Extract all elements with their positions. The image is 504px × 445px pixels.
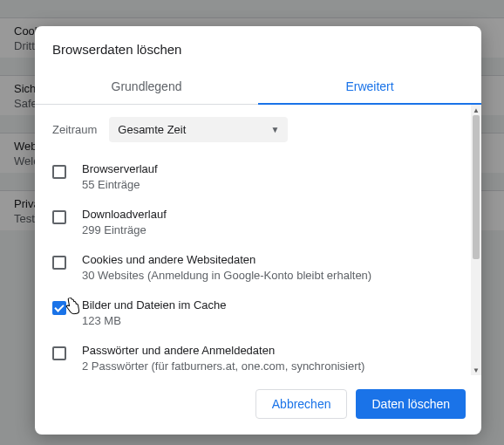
scrollbar-thumb[interactable]	[473, 115, 480, 259]
dialog-tabs: Grundlegend Erweitert	[35, 69, 481, 105]
data-type-checkbox[interactable]	[52, 256, 66, 270]
data-type-list: Browserverlauf55 EinträgeDownloadverlauf…	[35, 154, 471, 375]
data-type-title: Cookies und andere Websitedaten	[82, 252, 453, 268]
data-type-checkbox[interactable]	[52, 301, 66, 315]
data-type-title: Passwörter und andere Anmeldedaten	[82, 343, 453, 359]
scrollbar-track[interactable]	[471, 115, 481, 365]
data-type-checkbox[interactable]	[52, 346, 66, 360]
scroll-down-icon[interactable]: ▼	[471, 365, 481, 375]
scroll-up-icon[interactable]: ▲	[471, 105, 481, 115]
data-type-row: Browserverlauf55 Einträge	[52, 154, 453, 200]
data-type-checkbox[interactable]	[52, 165, 66, 179]
data-type-subtitle: 30 Websites (Anmeldung in Google-Konto b…	[82, 268, 453, 284]
dialog-footer: Abbrechen Daten löschen	[35, 375, 481, 435]
data-type-subtitle: 2 Passwörter (für fatburners.at, one.com…	[82, 359, 453, 374]
data-type-title: Browserverlauf	[82, 161, 453, 177]
clear-data-button[interactable]: Daten löschen	[356, 389, 466, 419]
time-range-value: Gesamte Zeit	[118, 123, 186, 136]
data-type-checkbox[interactable]	[52, 210, 66, 224]
data-type-subtitle: 123 MB	[82, 313, 453, 329]
scrollbar[interactable]: ▲ ▼	[471, 105, 481, 375]
tab-basic[interactable]: Grundlegend	[35, 69, 258, 104]
data-type-row: Passwörter und andere Anmeldedaten2 Pass…	[52, 336, 453, 375]
dropdown-caret-icon: ▼	[270, 125, 279, 134]
time-range-select[interactable]: Gesamte Zeit ▼	[109, 117, 288, 142]
dialog-title: Browserdaten löschen	[35, 26, 481, 69]
data-type-subtitle: 55 Einträge	[82, 177, 453, 193]
data-type-title: Bilder und Dateien im Cache	[82, 298, 453, 313]
clear-browsing-data-dialog: Browserdaten löschen Grundlegend Erweite…	[35, 26, 481, 435]
data-type-subtitle: 299 Einträge	[82, 222, 453, 238]
time-range-label: Zeitraum	[52, 123, 97, 136]
tab-advanced[interactable]: Erweitert	[258, 69, 481, 104]
data-type-row: Bilder und Dateien im Cache123 MB	[52, 291, 453, 336]
time-range-row: Zeitraum Gesamte Zeit ▼	[35, 105, 471, 154]
data-type-row: Downloadverlauf299 Einträge	[52, 200, 453, 245]
data-type-title: Downloadverlauf	[82, 207, 453, 222]
dialog-body: Zeitraum Gesamte Zeit ▼ Browserverlauf55…	[35, 105, 481, 375]
cancel-button[interactable]: Abbrechen	[255, 389, 348, 419]
data-type-row: Cookies und andere Websitedaten30 Websit…	[52, 245, 453, 291]
